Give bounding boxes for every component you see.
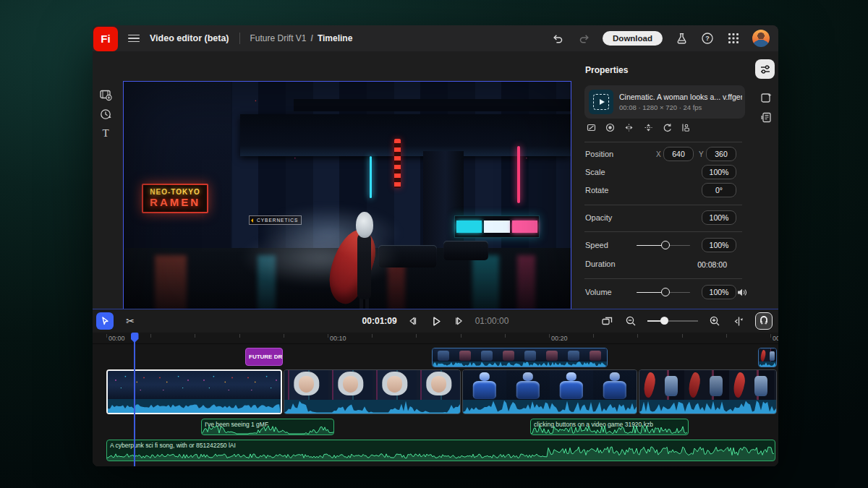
notes-panel-icon[interactable] [757,108,775,127]
divider [584,231,742,232]
redo-icon[interactable] [576,31,591,46]
firefly-logo[interactable]: Fi [93,27,118,51]
align-layers-icon[interactable] [680,121,693,134]
position-y-input[interactable]: 360 [706,147,736,161]
divider [584,205,742,205]
properties-panel: Properties Cinematic. A woman looks a...… [579,51,751,309]
duration-value: 00:08:00 [697,260,727,269]
divider [584,278,742,279]
split-playhead-icon[interactable] [731,314,746,328]
thumbnail-cell [506,370,550,401]
position-x-input[interactable]: 640 [663,147,694,161]
ruler-label: 00:00 [109,335,125,342]
hamburger-menu-icon[interactable] [128,35,140,43]
timeline-panel: ✂ 00:01:09 01:00:00 [93,309,778,466]
zoom-slider-knob[interactable] [660,317,668,325]
waveform [759,361,776,367]
video-clip-robot[interactable] [462,369,637,414]
clip-overlap-icon[interactable] [600,314,614,328]
clip-thumbnail-icon [589,90,613,114]
rotate-icon[interactable] [661,121,674,134]
snap-magnet-toggle[interactable] [755,312,773,330]
opacity-input[interactable]: 100% [702,210,736,225]
clip-thumbnails [284,370,460,401]
ruler-label: 00:30 [773,335,778,342]
video-clip-city[interactable] [106,369,282,414]
volume-slider-knob[interactable] [661,288,670,296]
volume-input[interactable]: 100% [702,285,736,299]
timeline-zoom-slider[interactable] [647,317,698,325]
y-label: Y [699,150,704,158]
flip-vertical-icon[interactable] [642,121,655,134]
properties-tab-active[interactable] [755,59,775,79]
apps-grid-icon[interactable] [726,31,741,46]
properties-title: Properties [585,65,628,75]
video-preview-canvas[interactable]: NEO-TOKYO RAMEN CYBERNETICS [123,81,571,330]
title-clip[interactable]: FUTURE DRI [245,348,283,366]
speed-slider[interactable] [637,238,690,252]
top-bar: Fi Video editor (beta) Future Drift V1 /… [93,25,778,51]
opacity-label: Opacity [585,213,612,222]
beta-flask-icon[interactable] [674,31,689,46]
total-duration: 01:00:00 [475,316,509,326]
scale-label: Scale [585,168,605,176]
speed-input[interactable]: 100% [702,238,736,252]
thumbnail-cell [498,348,519,363]
step-back-icon[interactable] [406,314,420,328]
thumbnail-cell [328,370,373,401]
thumbnail-cell [417,370,460,401]
overlay-video-clip-small[interactable] [758,348,777,367]
overlay-video-clip[interactable] [432,348,608,367]
breadcrumb-page: Timeline [318,33,352,43]
crop-icon[interactable] [584,121,597,134]
text-tool-icon[interactable]: T [96,124,115,142]
volume-slider[interactable] [637,285,690,299]
play-button[interactable] [429,314,443,328]
speed-slider-knob[interactable] [661,241,670,249]
sfx-clip[interactable]: clicking buttons on a video game 31920 k… [530,419,689,435]
voiceover-clip[interactable]: I've been seeing 1 gMF [201,419,334,435]
user-avatar[interactable] [752,30,770,47]
step-forward-icon[interactable] [452,314,467,328]
playhead[interactable] [134,333,135,466]
app-title: Video editor (beta) [150,33,229,43]
thumbnail-cell [684,370,729,401]
history-clock-icon[interactable] [96,105,115,124]
position-label: Position [585,150,613,158]
help-icon[interactable]: ? [700,31,715,46]
rotate-input[interactable]: 0° [702,183,736,197]
generative-edit-icon[interactable] [757,88,775,107]
music-clip[interactable]: A cyberpunk sci fi song, with or 8512422… [106,440,775,461]
thumbnail-cell [433,348,454,363]
clip-thumbnails [639,370,776,401]
clip-thumbnails [759,348,776,363]
flip-horizontal-icon[interactable] [623,121,636,134]
video-clip-cape[interactable] [639,369,777,414]
ruler-label: 00:20 [551,335,568,342]
thumbnail-cell [606,348,607,363]
scale-input[interactable]: 100% [702,165,736,179]
mask-circle-icon[interactable] [603,121,616,134]
volume-label: Volume [585,288,612,296]
timeline-ruler[interactable]: 00:00 00:10 00:20 00:30 [93,333,778,344]
scene-vignette [124,82,571,330]
svg-text:?: ? [705,35,710,42]
thumbnail-cell [284,370,328,401]
clip-meta: 00:08 · 1280 × 720 · 24 fps [619,103,742,111]
add-media-icon[interactable] [96,85,115,104]
thumbnail-cell [476,348,498,363]
waveform [284,400,460,414]
cut-tool-icon[interactable]: ✂ [122,312,139,330]
speaker-icon[interactable] [736,286,747,298]
breadcrumb-project[interactable]: Future Drift V1 [250,33,307,43]
x-label: X [656,150,661,158]
zoom-in-icon[interactable] [707,314,722,328]
zoom-out-icon[interactable] [624,314,638,328]
video-clip-woman[interactable] [284,369,461,414]
selected-clip-card[interactable]: Cinematic. A woman looks a... v.ffgenvid… [584,85,745,119]
right-tool-rail [752,51,778,309]
undo-icon[interactable] [550,31,565,46]
select-tool-button[interactable] [96,312,114,330]
download-button[interactable]: Download [603,31,663,46]
duration-label: Duration [585,260,616,268]
